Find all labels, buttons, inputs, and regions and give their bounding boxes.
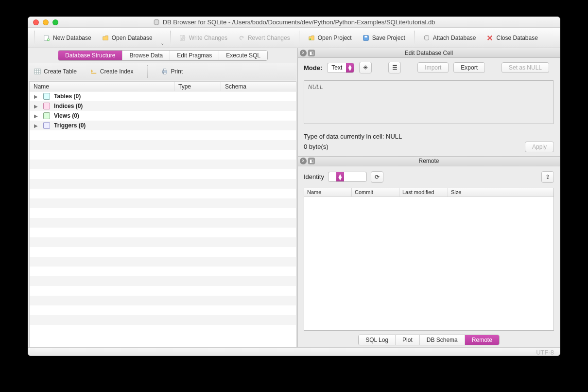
remote-col-modified[interactable]: Last modified bbox=[399, 188, 448, 196]
revert-changes-label: Revert Changes bbox=[248, 35, 290, 41]
attach-database-label: Attach Database bbox=[433, 35, 476, 41]
tab-sql-log[interactable]: SQL Log bbox=[359, 335, 396, 345]
toolbar-separator bbox=[170, 31, 171, 45]
panel-close-icon[interactable]: × bbox=[300, 50, 307, 56]
tree-item-views[interactable]: ▶Views (0) bbox=[30, 111, 296, 121]
structure-toolbar: Create Table Create Index Print bbox=[29, 63, 296, 80]
tab-database-structure[interactable]: Database Structure bbox=[58, 51, 122, 60]
print-label: Print bbox=[171, 68, 183, 75]
panel-close-icon[interactable]: × bbox=[300, 158, 307, 164]
save-project-button[interactable]: Save Project bbox=[358, 33, 410, 43]
create-table-button[interactable]: Create Table bbox=[34, 68, 77, 75]
right-pane: × ◧ Edit Database Cell Mode: Text ▲▼ ✳ ☰… bbox=[297, 48, 560, 347]
minimize-window-icon[interactable] bbox=[43, 19, 49, 25]
disclosure-icon[interactable]: ▶ bbox=[34, 123, 38, 128]
zoom-window-icon[interactable] bbox=[52, 19, 58, 25]
col-name[interactable]: Name bbox=[30, 82, 174, 91]
col-type[interactable]: Type bbox=[174, 82, 221, 91]
tab-edit-pragmas[interactable]: Edit Pragmas bbox=[170, 51, 219, 60]
remote-panel-header[interactable]: × ◧ Remote bbox=[298, 157, 560, 166]
tree-empty-row bbox=[30, 130, 296, 140]
window-title: DB Browser for SQLite - /Users/bodo/Docu… bbox=[28, 18, 560, 26]
select-knob-icon: ▲▼ bbox=[346, 63, 354, 72]
new-database-button[interactable]: New Database bbox=[38, 33, 96, 43]
cell-size-text: 0 byte(s) bbox=[304, 142, 402, 152]
refresh-remote-button[interactable]: ⟳ bbox=[371, 171, 383, 183]
remote-panel: × ◧ Remote Identity ▲▼ ⟳ ⇪ bbox=[298, 156, 560, 347]
tab-remote[interactable]: Remote bbox=[465, 335, 499, 345]
titlebar[interactable]: DB Browser for SQLite - /Users/bodo/Docu… bbox=[28, 17, 560, 28]
tree-empty-row bbox=[30, 150, 296, 160]
close-window-icon[interactable] bbox=[33, 19, 39, 25]
refresh-icon: ⟳ bbox=[375, 174, 380, 180]
edit-cell-panel-header[interactable]: × ◧ Edit Database Cell bbox=[298, 48, 560, 58]
disclosure-icon[interactable]: ▶ bbox=[34, 94, 38, 99]
close-database-button[interactable]: Close Database bbox=[482, 33, 542, 43]
new-database-label: New Database bbox=[53, 35, 91, 41]
close-db-icon bbox=[486, 35, 493, 41]
export-button[interactable]: Export bbox=[453, 62, 485, 73]
tree-item-tables[interactable]: ▶Tables (0) bbox=[30, 91, 296, 101]
tree-item-triggers[interactable]: ▶Triggers (0) bbox=[30, 121, 296, 130]
open-project-button[interactable]: Open Project bbox=[303, 33, 357, 43]
disclosure-icon[interactable]: ▶ bbox=[34, 104, 38, 109]
panel-popout-icon[interactable]: ◧ bbox=[308, 158, 315, 164]
tree-empty-row bbox=[30, 286, 296, 296]
left-pane: Database Structure Browse Data Edit Prag… bbox=[28, 48, 297, 347]
remote-table-header: Name Commit Last modified Size bbox=[304, 188, 553, 197]
remote-col-commit[interactable]: Commit bbox=[352, 188, 399, 196]
disclosure-icon[interactable]: ▶ bbox=[34, 113, 38, 119]
cell-info: Type of data currently in cell: NULL 0 b… bbox=[304, 132, 402, 152]
svg-rect-10 bbox=[163, 69, 166, 71]
remote-table[interactable]: Name Commit Last modified Size bbox=[304, 188, 554, 331]
tab-db-schema[interactable]: DB Schema bbox=[420, 335, 465, 345]
col-schema[interactable]: Schema bbox=[221, 82, 296, 91]
tree-empty-row bbox=[30, 140, 296, 150]
save-project-icon bbox=[363, 35, 369, 41]
structure-tree[interactable]: Name Type Schema ▶Tables (0) ▶Indices (0… bbox=[29, 81, 296, 347]
toolbar-separator bbox=[147, 65, 148, 78]
main-toolbar: New Database Open Database ⌄ Write Chang… bbox=[28, 28, 560, 48]
svg-point-0 bbox=[154, 19, 159, 21]
tree-empty-row bbox=[30, 169, 296, 179]
svg-point-4 bbox=[309, 38, 311, 40]
indent-icon: ☰ bbox=[392, 64, 398, 71]
toolbar-separator bbox=[299, 31, 299, 45]
new-db-icon bbox=[43, 35, 50, 41]
open-database-button[interactable]: Open Database bbox=[97, 33, 157, 43]
tree-item-label: Views (0) bbox=[54, 112, 79, 119]
tree-empty-row bbox=[30, 296, 296, 305]
tab-execute-sql[interactable]: Execute SQL bbox=[219, 51, 267, 60]
tree-empty-row bbox=[30, 160, 296, 169]
remote-title: Remote bbox=[298, 158, 560, 164]
upload-icon: ⇪ bbox=[545, 174, 550, 180]
tree-empty-row bbox=[30, 257, 296, 267]
save-project-label: Save Project bbox=[372, 35, 405, 41]
cell-editor[interactable]: NULL bbox=[304, 80, 554, 124]
format-button[interactable]: ✳ bbox=[359, 62, 372, 73]
mode-select[interactable]: Text ▲▼ bbox=[327, 63, 354, 73]
indent-button[interactable]: ☰ bbox=[388, 62, 401, 73]
remote-col-name[interactable]: Name bbox=[304, 188, 352, 196]
set-null-button: Set as NULL bbox=[502, 62, 549, 73]
window-title-text: DB Browser for SQLite - /Users/bodo/Docu… bbox=[163, 18, 435, 26]
index-icon bbox=[90, 68, 97, 75]
tree-item-indices[interactable]: ▶Indices (0) bbox=[30, 101, 296, 111]
revert-icon bbox=[238, 35, 245, 41]
panel-popout-icon[interactable]: ◧ bbox=[308, 50, 315, 56]
print-icon bbox=[161, 68, 168, 75]
write-changes-button: Write Changes bbox=[174, 33, 232, 43]
tree-header: Name Type Schema bbox=[30, 82, 296, 91]
tab-plot[interactable]: Plot bbox=[396, 335, 420, 345]
remote-col-size[interactable]: Size bbox=[448, 188, 553, 196]
open-database-dropdown-icon[interactable]: ⌄ bbox=[158, 40, 166, 46]
attach-database-button[interactable]: Attach Database bbox=[418, 33, 481, 43]
push-remote-button[interactable]: ⇪ bbox=[541, 171, 554, 183]
print-button[interactable]: Print bbox=[161, 68, 183, 75]
create-index-button[interactable]: Create Index bbox=[90, 68, 134, 75]
svg-rect-11 bbox=[163, 72, 166, 74]
table-icon bbox=[34, 68, 41, 75]
identity-select[interactable]: ▲▼ bbox=[328, 172, 367, 182]
tree-empty-row bbox=[30, 189, 296, 198]
tab-browse-data[interactable]: Browse Data bbox=[122, 51, 170, 60]
